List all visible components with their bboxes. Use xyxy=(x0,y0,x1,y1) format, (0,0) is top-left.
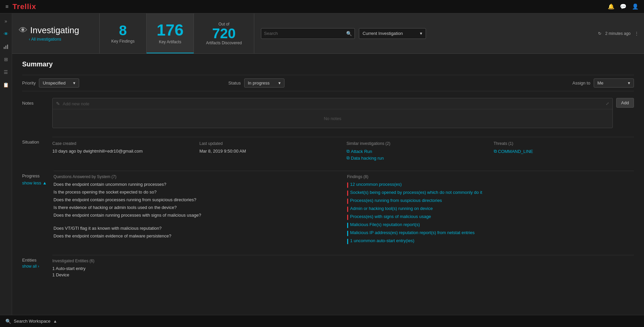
question-1: Does the endpoint contain uncommon runni… xyxy=(54,182,340,187)
key-artifacts-panel[interactable]: 176 Key Artifacts xyxy=(147,13,194,53)
priority-chevron-icon: ▾ xyxy=(73,80,75,86)
notes-edit-icon: ✎ xyxy=(56,101,60,106)
finding-1-link[interactable]: 12 uncommon process(es) xyxy=(350,182,402,187)
sidebar-book-icon[interactable]: 📋 xyxy=(1,80,11,90)
priority-dropdown[interactable]: Unspecified ▾ xyxy=(39,78,79,88)
question-4: Is there evidence of hacking or admin to… xyxy=(54,205,340,210)
refresh-icon[interactable]: ↻ xyxy=(598,31,601,36)
key-findings-number: 8 xyxy=(119,23,127,38)
question-2: Is the process opening the socket expect… xyxy=(54,189,340,195)
search-icon: 🔍 xyxy=(346,31,352,36)
all-investigations-link[interactable]: ‹ All investigations xyxy=(29,37,93,42)
priority-group: Priority Unspecified ▾ xyxy=(22,78,79,88)
command-line-ext-icon: ⧉ xyxy=(494,149,497,154)
attack-run-link[interactable]: ⧉ Attack Run xyxy=(346,149,487,154)
investigated-entities-header: Investigated Entities (6) xyxy=(52,259,634,263)
entities-title-label: Entities xyxy=(22,255,46,263)
user-icon[interactable]: 👤 xyxy=(632,3,639,10)
header-bar: 👁 Investigating ‹ All investigations 8 K… xyxy=(12,13,644,54)
status-dropdown[interactable]: In progress ▾ xyxy=(244,78,284,88)
more-options-icon[interactable]: ⋮ xyxy=(635,31,639,36)
situation-section: Situation Case created 10 days ago by dw… xyxy=(22,137,634,162)
search-box[interactable]: 🔍 xyxy=(261,28,355,39)
finding-8: 1 uncommon auto-start entry(ies) xyxy=(347,238,634,244)
search-input[interactable] xyxy=(264,31,346,36)
finding-5-bar xyxy=(347,215,348,220)
svg-rect-0 xyxy=(4,47,5,49)
threats-header: Threats (1) xyxy=(494,141,634,146)
filter-label: Current Investigation xyxy=(363,31,403,36)
artifacts-discovered-label: Artifacts Discovered xyxy=(206,41,242,45)
data-hacking-run-link[interactable]: ⧉ Data hacking run xyxy=(346,155,487,161)
finding-2-bar xyxy=(347,190,348,196)
bottom-bar[interactable]: 🔍 Search Workspace ▲ xyxy=(0,315,644,327)
finding-6: Malicious File(s) reputation report(s) xyxy=(347,222,634,228)
filter-chevron-icon: ▾ xyxy=(420,31,422,36)
case-created-header: Case created xyxy=(52,141,193,146)
finding-6-link[interactable]: Malicious File(s) reputation report(s) xyxy=(350,222,420,227)
show-less-link[interactable]: show less ▲ xyxy=(22,180,47,185)
similar-investigations-header: Similar investigations (2) xyxy=(346,141,487,146)
finding-7-bar xyxy=(347,231,348,236)
sidebar-expand-icon[interactable]: » xyxy=(1,16,11,26)
sidebar-grid-icon[interactable]: ⊞ xyxy=(1,54,11,64)
status-value: In progress xyxy=(248,80,270,86)
finding-6-bar xyxy=(347,223,348,228)
questions-header: Questions Answered by System (7) xyxy=(54,174,340,179)
eye-header-icon: 👁 xyxy=(19,25,28,36)
entity-1: 1 Auto-start entry xyxy=(52,266,634,271)
hamburger-menu[interactable]: ≡ xyxy=(5,4,8,10)
investigating-label: Investigating xyxy=(30,25,79,36)
assign-group: Assign to Me ▾ xyxy=(572,78,634,88)
key-findings-panel[interactable]: 8 Key Findings xyxy=(100,13,147,53)
finding-2-link[interactable]: Socket(s) being opened by process(es) wh… xyxy=(350,190,482,195)
finding-7-link[interactable]: Malicious IP address(es) reputation repo… xyxy=(350,230,475,235)
back-chevron-icon: ‹ xyxy=(29,37,30,42)
sidebar-chart-icon[interactable] xyxy=(1,42,11,52)
notes-section: Notes ✎ Add new note ⤢ No notes Add xyxy=(22,98,634,128)
notes-empty-message: No notes xyxy=(53,109,612,128)
sidebar: » 👁 ⊞ ☰ 📋 xyxy=(0,13,12,315)
command-line-link[interactable]: ⧉ COMMAND_LINE xyxy=(494,149,634,154)
last-updated-header: Last updated xyxy=(200,141,340,146)
finding-1: 12 uncommon process(es) xyxy=(347,182,634,188)
investigating-section: 👁 Investigating ‹ All investigations xyxy=(12,25,99,42)
finding-3: Process(es) running from suspicious dire… xyxy=(347,198,634,204)
situation-grid: Case created 10 days ago by dwightmhill+… xyxy=(52,137,634,162)
attack-run-ext-icon: ⧉ xyxy=(346,149,350,154)
notification-icon[interactable]: 🔔 xyxy=(608,3,614,10)
questions-col: Questions Answered by System (7) Does th… xyxy=(54,174,340,246)
assign-dropdown[interactable]: Me ▾ xyxy=(594,78,634,88)
key-artifacts-number: 176 xyxy=(157,22,183,38)
case-created-value: 10 days ago by dwightmhill+edr10@gmail.c… xyxy=(52,149,193,154)
finding-4: Admin or hacking tool(s) running on devi… xyxy=(347,206,634,212)
finding-4-link[interactable]: Admin or hacking tool(s) running on devi… xyxy=(350,206,433,211)
notes-expand-icon: ⤢ xyxy=(606,101,609,106)
finding-1-bar xyxy=(347,182,348,188)
finding-8-link[interactable]: 1 uncommon auto-start entry(ies) xyxy=(350,238,414,243)
search-workspace-label: Search Workspace xyxy=(14,319,51,324)
sidebar-eye-icon[interactable]: 👁 xyxy=(1,29,11,39)
status-group: Status In progress ▾ xyxy=(228,78,284,88)
page-content: Summary Priority Unspecified ▾ Status In… xyxy=(12,54,644,315)
priority-value: Unspecified xyxy=(43,80,65,86)
finding-5-link[interactable]: Process(es) with signs of malicious usag… xyxy=(350,214,431,219)
progress-content: Questions Answered by System (7) Does th… xyxy=(54,171,634,246)
assign-chevron-icon: ▾ xyxy=(628,80,630,86)
stats-section: 8 Key Findings 176 Key Artifacts Out of … xyxy=(99,13,254,53)
assign-label: Assign to xyxy=(572,80,590,86)
show-all-link[interactable]: show all › xyxy=(22,264,46,269)
question-3: Does the endpoint contain processes runn… xyxy=(54,197,340,202)
priority-label: Priority xyxy=(22,80,36,86)
bottom-chevron-icon: ▲ xyxy=(53,319,57,324)
search-filter-section: 🔍 Current Investigation ▾ xyxy=(254,28,598,39)
sidebar-table-icon[interactable]: ☰ xyxy=(1,67,11,77)
finding-3-link[interactable]: Process(es) running from suspicious dire… xyxy=(350,198,442,203)
status-chevron-icon: ▾ xyxy=(278,80,281,86)
entity-2: 1 Device xyxy=(52,272,634,277)
message-icon[interactable]: 💬 xyxy=(620,3,627,10)
notes-area[interactable]: ✎ Add new note ⤢ No notes xyxy=(52,98,613,128)
filter-dropdown[interactable]: Current Investigation ▾ xyxy=(359,28,426,39)
add-note-button[interactable]: Add xyxy=(616,98,634,108)
situation-label: Situation xyxy=(22,137,46,162)
